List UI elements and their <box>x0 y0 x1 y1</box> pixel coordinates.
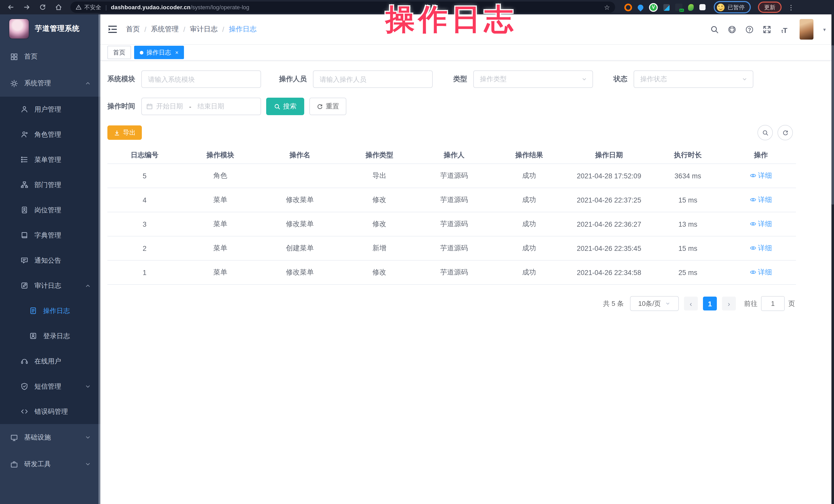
breadcrumb-item-系统管理[interactable]: 系统管理 <box>151 25 179 34</box>
green-v-extension[interactable]: V <box>649 3 658 12</box>
announcement-icon <box>21 257 28 264</box>
blue-gem-extension[interactable] <box>663 4 670 10</box>
sidebar-fold-icon[interactable] <box>107 24 118 35</box>
chevron-down-icon[interactable]: ▾ <box>823 26 826 32</box>
search-button[interactable]: 搜索 <box>266 98 304 115</box>
breadcrumb-separator: / <box>145 25 147 33</box>
help-icon[interactable] <box>745 25 754 34</box>
detail-link[interactable]: 详细 <box>750 171 772 180</box>
operator-input[interactable] <box>313 70 433 88</box>
current-page-button[interactable]: 1 <box>703 297 717 310</box>
start-date-placeholder: 开始日期 <box>156 102 183 111</box>
sidebar-item-label: 用户管理 <box>35 105 61 114</box>
search-icon[interactable] <box>710 25 719 34</box>
sidebar-scrollbar[interactable] <box>98 15 100 504</box>
chevron-down-icon <box>85 461 91 467</box>
blue-pin-extension[interactable] <box>636 3 644 11</box>
bookmark-star-icon[interactable]: ☆ <box>604 4 610 10</box>
reload-icon[interactable] <box>37 2 48 13</box>
dictionary-icon <box>21 231 28 239</box>
breadcrumb-item-操作日志[interactable]: 操作日志 <box>229 25 257 34</box>
operate-log-table: 日志编号操作模块操作名操作类型操作人操作结果操作日期执行时长操作 5角色导出芋道… <box>107 147 796 285</box>
cell: 2021-04-26 22:35:45 <box>568 236 650 260</box>
forward-arrow-icon[interactable] <box>21 2 32 13</box>
github-icon[interactable] <box>728 25 737 34</box>
extensions-area: Von <box>624 3 705 12</box>
status-select[interactable]: 操作状态 <box>634 70 753 88</box>
cell: 2021-04-26 22:34:58 <box>568 260 650 285</box>
sidebar-item-登录日志[interactable]: 登录日志 <box>0 323 100 349</box>
avatar[interactable] <box>799 19 813 40</box>
reset-button[interactable]: 重置 <box>309 98 346 115</box>
tab-首页[interactable]: 首页 <box>107 46 131 59</box>
sidebar-item-菜单管理[interactable]: 菜单管理 <box>0 147 100 172</box>
paused-extension-chip[interactable]: 已暂停 <box>714 1 751 13</box>
sidebar-item-研发工具[interactable]: 研发工具 <box>0 451 100 478</box>
orange-ring-extension[interactable] <box>624 3 632 11</box>
action-cell: 详细 <box>726 188 796 212</box>
home-icon[interactable] <box>53 2 64 13</box>
show-search-button[interactable] <box>758 125 773 140</box>
cell: 25 ms <box>650 260 726 285</box>
cell: 1 <box>107 260 182 285</box>
green-leaf-extension[interactable] <box>688 4 694 10</box>
address-bar[interactable]: 不安全 | dashboard.yudao.iocoder.cn /system… <box>70 2 615 13</box>
font-size-icon[interactable]: tT <box>780 25 789 34</box>
refresh-button[interactable] <box>777 125 793 140</box>
table-row: 3菜单修改菜单修改芋道源码成功2021-04-26 22:36:2713 ms详… <box>107 212 796 236</box>
back-arrow-icon[interactable] <box>5 2 17 13</box>
detail-link[interactable]: 详细 <box>750 268 772 277</box>
sidebar-item-label: 岗位管理 <box>35 205 61 215</box>
sidebar-item-字典管理[interactable]: 字典管理 <box>0 223 100 248</box>
sidebar-item-系统管理[interactable]: 系统管理 <box>0 70 100 96</box>
cell: 成功 <box>490 164 568 188</box>
date-range-input[interactable]: 开始日期 - 结束日期 <box>141 98 261 115</box>
close-tab-icon[interactable]: × <box>175 49 179 56</box>
action-cell: 详细 <box>726 236 796 260</box>
detail-link[interactable]: 详细 <box>750 244 772 253</box>
calendar-icon <box>146 103 153 110</box>
sidebar-item-label: 在线用户 <box>35 356 61 366</box>
cell: 芋道源码 <box>418 164 490 188</box>
fullscreen-icon[interactable] <box>763 25 771 34</box>
breadcrumb-item-首页[interactable]: 首页 <box>126 25 140 34</box>
next-page-button[interactable]: › <box>722 297 736 310</box>
sidebar-item-审计日志[interactable]: 审计日志 <box>0 273 100 298</box>
breadcrumb-item-审计日志[interactable]: 审计日志 <box>190 25 218 34</box>
sidebar-item-操作日志[interactable]: 操作日志 <box>0 298 100 323</box>
browser-menu-icon[interactable]: ⋮ <box>788 3 793 11</box>
sidebar-item-短信管理[interactable]: 短信管理 <box>0 374 100 399</box>
prev-page-button[interactable]: ‹ <box>684 297 698 310</box>
type-select[interactable]: 操作类型 <box>473 70 593 88</box>
export-button[interactable]: 导出 <box>107 126 142 140</box>
cell: 菜单 <box>182 236 259 260</box>
browser-update-button[interactable]: 更新 <box>758 2 782 13</box>
browser-nav <box>5 2 64 13</box>
sidebar-item-首页[interactable]: 首页 <box>0 43 100 70</box>
column-header-日志编号: 日志编号 <box>107 147 182 164</box>
sidebar-item-在线用户[interactable]: 在线用户 <box>0 349 100 374</box>
puzzle-extension[interactable] <box>699 4 705 10</box>
goto-page-input[interactable] <box>761 296 785 311</box>
sidebar-item-label: 首页 <box>24 52 38 61</box>
sidebar-item-岗位管理[interactable]: 岗位管理 <box>0 197 100 223</box>
dark-on-extension[interactable]: on <box>675 4 682 11</box>
tab-操作日志[interactable]: 操作日志× <box>134 46 184 59</box>
page-scrollbar[interactable] <box>831 15 834 504</box>
eye-icon <box>750 269 756 276</box>
detail-link[interactable]: 详细 <box>750 219 772 229</box>
scrollbar-thumb[interactable] <box>831 45 834 204</box>
sidebar-logo-row[interactable]: 芋道管理系统 <box>0 15 100 43</box>
module-input[interactable] <box>141 70 261 88</box>
page-size-select[interactable]: 10条/页 <box>630 296 679 311</box>
detail-link[interactable]: 详细 <box>750 195 772 204</box>
sidebar-item-角色管理[interactable]: 角色管理 <box>0 122 100 147</box>
time-label: 操作时间 <box>107 102 135 111</box>
sidebar-item-部门管理[interactable]: 部门管理 <box>0 172 100 197</box>
security-warning[interactable]: 不安全 <box>84 3 101 11</box>
sidebar-item-错误码管理[interactable]: 错误码管理 <box>0 399 100 424</box>
sidebar-item-通知公告[interactable]: 通知公告 <box>0 248 100 273</box>
total-count: 共 5 条 <box>603 299 624 308</box>
sidebar-item-基础设施[interactable]: 基础设施 <box>0 424 100 451</box>
sidebar-item-用户管理[interactable]: 用户管理 <box>0 96 100 122</box>
